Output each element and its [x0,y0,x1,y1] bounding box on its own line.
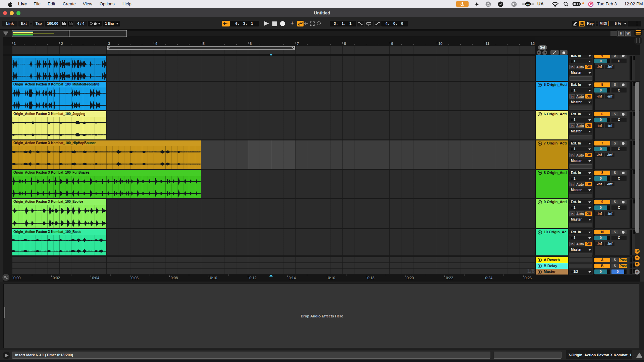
svg-text:UA: UA [526,3,530,6]
